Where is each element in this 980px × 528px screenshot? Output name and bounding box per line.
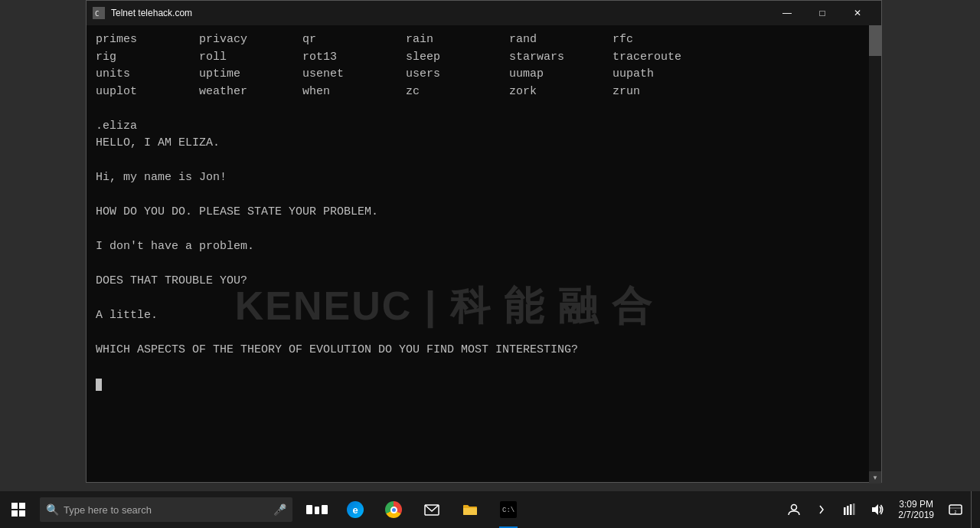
windows-logo-icon (11, 503, 25, 517)
volume-icon[interactable] (864, 491, 889, 528)
clock-date: 2/7/2019 (898, 510, 934, 520)
window-controls: — □ ✕ (769, 1, 875, 25)
folder-icon (462, 501, 479, 518)
scrollbar[interactable]: ▲ ▼ (869, 25, 881, 484)
task-view-icon (309, 501, 325, 518)
search-bar[interactable]: 🔍 Type here to search 🎤 (40, 497, 292, 522)
notification-button[interactable]: 2 (943, 491, 968, 528)
svg-marker-10 (872, 504, 878, 515)
task-view-button[interactable] (299, 491, 335, 528)
svg-point-5 (792, 505, 797, 510)
window-icon: C (93, 7, 105, 19)
mail-button[interactable] (413, 491, 450, 528)
taskbar-apps: e (299, 491, 527, 528)
clock[interactable]: 3:09 PM 2/7/2019 (892, 491, 940, 528)
search-placeholder: Type here to search (64, 504, 152, 516)
system-tray: 3:09 PM 2/7/2019 2 (782, 491, 980, 528)
svg-rect-7 (847, 506, 849, 515)
svg-rect-9 (853, 503, 855, 515)
scroll-thumb[interactable] (869, 25, 881, 56)
people-button[interactable] (782, 491, 806, 528)
microphone-icon[interactable]: 🎤 (273, 503, 286, 516)
minimize-button[interactable]: — (769, 1, 805, 25)
taskbar: 🔍 Type here to search 🎤 e (0, 491, 980, 528)
edge-icon: e (347, 501, 364, 518)
show-desktop-button[interactable] (971, 491, 977, 528)
terminal-content[interactable]: primes privacy qr rain rand rfc rig roll… (87, 25, 881, 482)
cursor (96, 379, 102, 391)
network-icon[interactable] (837, 491, 861, 528)
svg-rect-6 (844, 507, 846, 515)
start-button[interactable] (0, 491, 37, 528)
show-hidden-icons-button[interactable] (809, 491, 834, 528)
terminal-taskbar-button[interactable]: C:\ (490, 491, 527, 528)
chrome-icon (385, 501, 402, 518)
terminal-output: primes privacy qr rain rand rfc rig roll… (96, 31, 872, 394)
close-button[interactable]: ✕ (840, 1, 875, 25)
svg-rect-8 (850, 504, 852, 515)
clock-time: 3:09 PM (899, 499, 933, 510)
svg-text:C: C (95, 10, 99, 18)
mail-icon (423, 501, 440, 518)
chrome-button[interactable] (375, 491, 412, 528)
edge-button[interactable]: e (337, 491, 374, 528)
terminal-window: C Telnet telehack.com — □ ✕ primes priva… (86, 0, 882, 483)
svg-text:2: 2 (955, 510, 957, 514)
file-explorer-button[interactable] (452, 491, 488, 528)
title-bar: C Telnet telehack.com — □ ✕ (87, 1, 881, 25)
svg-text:C:\: C:\ (502, 507, 514, 514)
maximize-button[interactable]: □ (805, 1, 840, 25)
scroll-down[interactable]: ▼ (869, 471, 881, 484)
search-icon: 🔍 (46, 503, 59, 516)
window-title: Telnet telehack.com (111, 8, 769, 18)
terminal-taskbar-icon: C:\ (500, 501, 517, 518)
